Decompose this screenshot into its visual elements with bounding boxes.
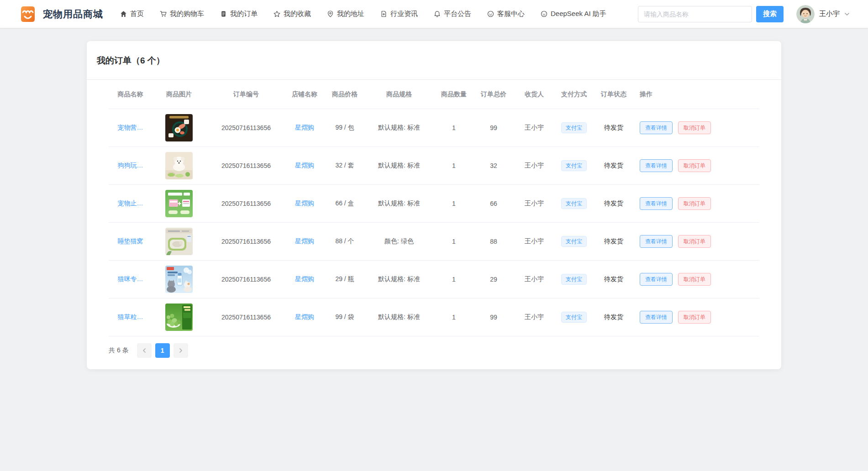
nav-item-cart[interactable]: 我的购物车 (159, 10, 204, 18)
user-menu[interactable]: 王小宇 (796, 5, 850, 23)
product-quantity: 1 (452, 238, 456, 245)
brand-logo-icon (18, 5, 37, 24)
view-details-button[interactable]: 查看详情 (640, 273, 673, 286)
nav-item-bell[interactable]: 平台公告 (433, 10, 471, 18)
chevron-right-icon (178, 348, 184, 353)
cancel-order-button[interactable]: 取消订单 (678, 311, 711, 324)
product-quantity: 1 (452, 200, 456, 207)
nav-item-ai[interactable]: DeepSeek AI 助手 (540, 10, 606, 18)
product-name-link[interactable]: 宠物止… (118, 199, 143, 208)
payment-method-tag: 支付宝 (561, 236, 587, 247)
product-price: 88 / 个 (335, 237, 354, 246)
order-number: 20250716113656 (221, 200, 271, 207)
product-image[interactable] (165, 228, 193, 255)
receiver-name: 王小宇 (525, 313, 544, 321)
product-price: 66 / 盒 (335, 199, 354, 208)
payment-method-tag: 支付宝 (561, 312, 587, 323)
product-spec: 默认规格: 标准 (378, 124, 420, 132)
order-status: 待发货 (604, 124, 623, 132)
product-name-link[interactable]: 宠物营… (118, 124, 143, 132)
cancel-order-button[interactable]: 取消订单 (678, 159, 711, 172)
product-quantity: 1 (452, 314, 456, 321)
store-name-link[interactable]: 星熠购 (295, 237, 314, 246)
payment-method-tag: 支付宝 (561, 274, 587, 285)
nav-item-label: DeepSeek AI 助手 (551, 10, 606, 18)
store-name-link[interactable]: 星熠购 (295, 199, 314, 208)
product-price: 99 / 包 (335, 124, 354, 132)
brand-name: 宠物用品商城 (43, 8, 103, 21)
order-total: 99 (490, 314, 497, 321)
store-name-link[interactable]: 星熠购 (295, 313, 314, 321)
product-name-link[interactable]: 狗狗玩… (118, 162, 143, 170)
product-price: 29 / 瓶 (335, 275, 354, 283)
view-details-button[interactable]: 查看详情 (640, 159, 673, 172)
store-name-link[interactable]: 星熠购 (295, 162, 314, 170)
payment-method-tag: 支付宝 (561, 198, 587, 209)
nav-item-label: 首页 (130, 10, 144, 18)
product-name-link[interactable]: 猫咪专… (118, 275, 143, 283)
nav-item-star[interactable]: 我的收藏 (273, 10, 311, 18)
table-row: 狗狗玩…20250716113656星熠购32 / 套默认规格: 标准132王小… (109, 147, 759, 185)
column-header: 操作 (637, 90, 758, 99)
order-total: 99 (490, 124, 497, 131)
product-image[interactable] (165, 266, 193, 293)
cart-icon (159, 10, 167, 18)
receiver-name: 王小宇 (525, 275, 544, 283)
search-input[interactable] (638, 6, 752, 22)
receiver-name: 王小宇 (525, 124, 544, 132)
column-header: 收货人 (511, 90, 558, 99)
chevron-left-icon (142, 348, 147, 353)
pagination-next-button[interactable] (174, 343, 188, 358)
store-name-link[interactable]: 星熠购 (295, 275, 314, 283)
product-image[interactable] (165, 152, 193, 179)
order-number: 20250716113656 (221, 162, 271, 169)
column-header: 订单状态 (590, 90, 637, 99)
product-image[interactable] (165, 114, 193, 141)
nav-item-pin[interactable]: 我的地址 (326, 10, 364, 18)
receiver-name: 王小宇 (525, 237, 544, 246)
search-button[interactable]: 搜索 (756, 6, 784, 22)
cancel-order-button[interactable]: 取消订单 (678, 197, 711, 210)
nav-item-home[interactable]: 首页 (120, 10, 144, 18)
product-image[interactable] (165, 190, 193, 217)
nav-item-order[interactable]: 我的订单 (220, 10, 258, 18)
product-image[interactable] (165, 304, 193, 331)
user-name: 王小宇 (819, 10, 840, 18)
product-spec: 默认规格: 标准 (378, 162, 420, 170)
product-quantity: 1 (452, 124, 456, 131)
view-details-button[interactable]: 查看详情 (640, 311, 673, 324)
view-details-button[interactable]: 查看详情 (640, 121, 673, 134)
product-price: 99 / 袋 (335, 313, 354, 321)
nav-item-news[interactable]: 行业资讯 (380, 10, 418, 18)
top-header: 宠物用品商城 首页我的购物车我的订单我的收藏我的地址行业资讯平台公告客服中心De… (0, 0, 868, 28)
cancel-order-button[interactable]: 取消订单 (678, 121, 711, 134)
order-icon (220, 10, 227, 18)
star-icon (273, 10, 281, 18)
news-icon (380, 10, 388, 18)
order-status: 待发货 (604, 313, 623, 321)
nav-item-label: 我的地址 (337, 10, 364, 18)
payment-method-tag: 支付宝 (561, 122, 587, 133)
store-name-link[interactable]: 星熠购 (295, 124, 314, 132)
pagination-prev-button[interactable] (137, 343, 152, 358)
product-quantity: 1 (452, 276, 456, 283)
pagination-page-current[interactable]: 1 (155, 343, 170, 358)
cancel-order-button[interactable]: 取消订单 (678, 235, 711, 248)
table-row: 睡垫猫窝20250716113656星熠购88 / 个颜色: 绿色188王小宇支… (109, 223, 759, 261)
view-details-button[interactable]: 查看详情 (640, 197, 673, 210)
view-details-button[interactable]: 查看详情 (640, 235, 673, 248)
nav-item-service[interactable]: 客服中心 (487, 10, 525, 18)
column-header: 商品数量 (431, 90, 476, 99)
column-header: 商品图片 (152, 90, 206, 99)
chevron-down-icon (844, 11, 850, 17)
nav-item-label: 我的购物车 (170, 10, 204, 18)
cancel-order-button[interactable]: 取消订单 (678, 273, 711, 286)
order-total: 32 (490, 162, 497, 169)
brand[interactable]: 宠物用品商城 (18, 5, 103, 24)
product-name-link[interactable]: 睡垫猫窝 (118, 237, 143, 246)
column-header: 支付方式 (558, 90, 590, 99)
service-icon (487, 10, 494, 18)
product-name-link[interactable]: 猫草粒… (118, 313, 143, 321)
column-header: 店铺名称 (286, 90, 323, 99)
product-spec: 默认规格: 标准 (378, 275, 420, 283)
